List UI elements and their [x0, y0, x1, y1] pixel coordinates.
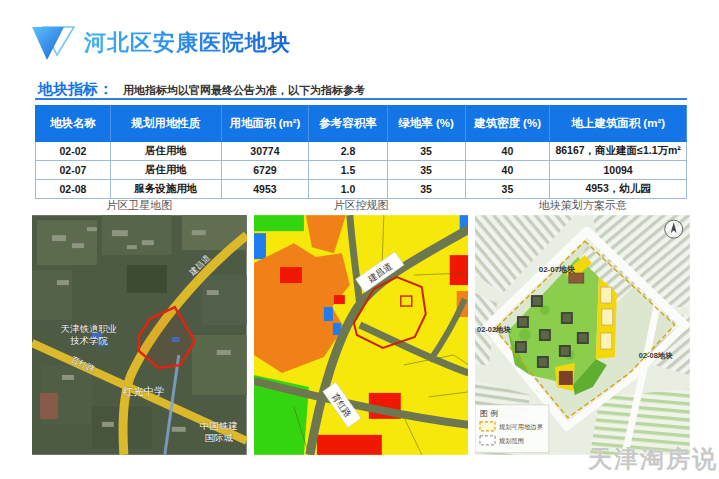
- cell-green: 35: [387, 180, 465, 199]
- map-panels: 天津铁道职业 技术学院 红光中学 中国铁建 国际城 建昌道 育红路: [32, 215, 690, 455]
- brand-logo-icon: [30, 22, 76, 64]
- plan-label-parcel-08: 02-08地块: [639, 351, 674, 360]
- caption-satellite: 片区卫星地图: [32, 198, 247, 213]
- red-roof-blocks: [40, 393, 58, 419]
- map-captions: 片区卫星地图 片区控规图 地块策划方案示意: [32, 198, 690, 213]
- cell-name: 02-07: [36, 161, 111, 180]
- satellite-label-college-line2: 技术学院: [70, 335, 108, 346]
- col-header-density: 建筑密度 (%): [465, 106, 550, 142]
- legend-title: 图 例: [480, 409, 498, 418]
- cell-density: 40: [465, 142, 550, 161]
- col-header-use: 规划用地性质: [110, 106, 221, 142]
- col-header-green: 绿地率 (%): [387, 106, 465, 142]
- plan-map-image: 02-07地块 02-02地块 02-08地块 图 例 规划可用地边界 规划范围: [475, 215, 690, 455]
- table-row: 02-08 服务设施用地 4953 1.0 35 35 4953，幼儿园: [36, 180, 687, 199]
- watermark: 天津淘房说: [588, 443, 718, 475]
- cell-area: 30774: [221, 142, 309, 161]
- legend-scope-swatch: [480, 436, 495, 445]
- header: 河北区安康医院地块: [30, 22, 291, 64]
- kindergarten-building: [559, 371, 573, 385]
- plan-legend: 图 例 规划可用地边界 规划范围: [475, 405, 549, 453]
- cell-gfa: 86167，商业建面≤1.1万m²: [550, 142, 687, 161]
- cell-use: 居住用地: [110, 142, 221, 161]
- satellite-label-complex-line2: 国际城: [205, 432, 234, 443]
- cell-density: 35: [465, 180, 550, 199]
- cell-far: 1.0: [309, 180, 387, 199]
- cell-gfa: 10094: [550, 161, 687, 180]
- plan-label-parcel-02: 02-02地块: [477, 325, 512, 334]
- cell-use: 居住用地: [110, 161, 221, 180]
- table-header: 地块名称 规划用地性质 用地面积 (m²) 参考容积率 绿地率 (%) 建筑密度…: [36, 106, 687, 142]
- satellite-label-school: 红光中学: [122, 386, 165, 397]
- plan-label-parcel-07: 02-07地块: [539, 265, 575, 274]
- page: 河北区安康医院地块 地块指标： 用地指标均以官网最终公告为准，以下为指标参考 地…: [0, 0, 719, 479]
- col-header-gfa: 地上建筑面积 (m²): [550, 106, 687, 142]
- cell-use: 服务设施用地: [110, 180, 221, 199]
- col-header-name: 地块名称: [36, 106, 111, 142]
- page-title: 河北区安康医院地块: [84, 28, 291, 58]
- section-divider: [35, 98, 687, 100]
- cell-name: 02-02: [36, 142, 111, 161]
- cell-green: 35: [387, 161, 465, 180]
- satellite-label-complex-line1: 中国铁建: [200, 420, 238, 431]
- cell-area: 4953: [221, 180, 309, 199]
- cell-far: 1.5: [309, 161, 387, 180]
- table-row: 02-07 居住用地 6729 1.5 35 40 10094: [36, 161, 687, 180]
- legend-boundary-swatch: [480, 422, 495, 431]
- section-label: 地块指标：: [38, 80, 113, 99]
- section-row: 地块指标： 用地指标均以官网最终公告为准，以下为指标参考: [38, 80, 686, 99]
- cell-name: 02-08: [36, 180, 111, 199]
- cell-density: 40: [465, 161, 550, 180]
- table-row: 02-02 居住用地 30774 2.8 35 40 86167，商业建面≤1.…: [36, 142, 687, 161]
- satellite-label-college-line1: 天津铁道职业: [61, 323, 118, 334]
- legend-scope-label: 规划范围: [499, 437, 524, 445]
- caption-zoning: 片区控规图: [254, 198, 469, 213]
- section-note: 用地指标均以官网最终公告为准，以下为指标参考: [123, 83, 365, 98]
- legend-boundary-label: 规划可用地边界: [499, 423, 543, 431]
- cell-gfa: 4953，幼儿园: [550, 180, 687, 199]
- zoning-map-image: 建昌道 育红路: [254, 215, 469, 455]
- parcel-indicator-table: 地块名称 规划用地性质 用地面积 (m²) 参考容积率 绿地率 (%) 建筑密度…: [35, 105, 687, 199]
- satellite-map-image: 天津铁道职业 技术学院 红光中学 中国铁建 国际城 建昌道 育红路: [32, 215, 247, 455]
- col-header-far: 参考容积率: [309, 106, 387, 142]
- north-arrow-icon: [665, 220, 683, 238]
- cell-area: 6729: [221, 161, 309, 180]
- col-header-area: 用地面积 (m²): [221, 106, 309, 142]
- cell-green: 35: [387, 142, 465, 161]
- caption-plan: 地块策划方案示意: [475, 198, 690, 213]
- cell-far: 2.8: [309, 142, 387, 161]
